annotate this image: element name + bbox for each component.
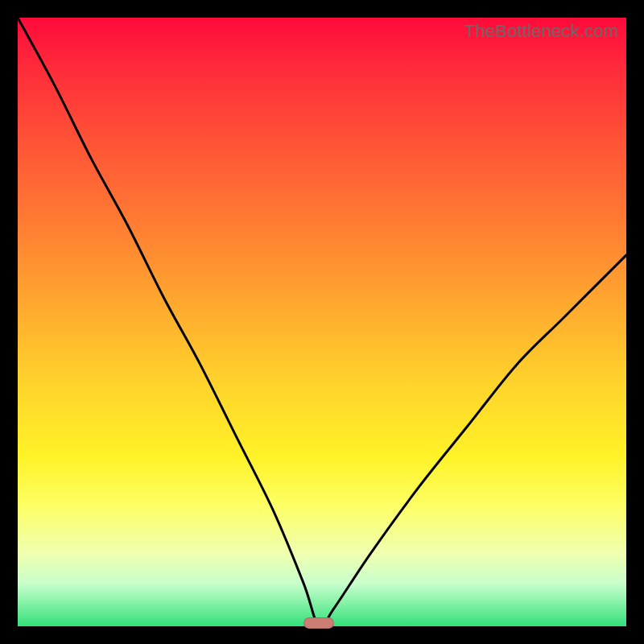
- optimal-point-marker: [303, 617, 334, 629]
- chart-frame: TheBottleneck.com: [0, 0, 644, 644]
- plot-area: TheBottleneck.com: [18, 18, 626, 626]
- bottleneck-curve: [18, 18, 626, 626]
